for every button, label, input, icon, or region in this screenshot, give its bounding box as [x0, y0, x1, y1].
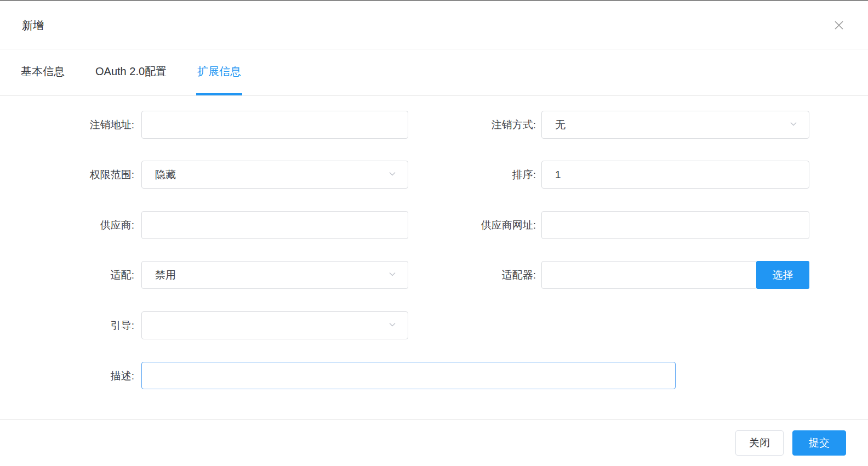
sort-input[interactable]	[541, 161, 809, 189]
vendor-input[interactable]	[141, 211, 408, 239]
logout-url-label: 注销地址:	[0, 111, 134, 139]
logout-method-select[interactable]: 无	[541, 111, 809, 139]
dialog-title: 新增	[22, 1, 44, 49]
close-button[interactable]: 关闭	[735, 430, 784, 456]
vendor-url-label: 供应商网址:	[406, 211, 536, 239]
adapt-select[interactable]: 禁用	[141, 261, 408, 289]
form-row: 引导:	[0, 311, 868, 339]
form-row: 描述:	[0, 362, 868, 390]
description-label: 描述:	[0, 362, 134, 390]
sort-label: 排序:	[406, 161, 536, 189]
select-value: 隐藏	[155, 168, 176, 182]
dialog-header: 新增	[0, 1, 868, 49]
add-new-dialog: 新增 基本信息 OAuth 2.0配置 扩展信息 注销地址: 注销方式: 无	[0, 0, 868, 466]
vendor-url-input[interactable]	[541, 211, 809, 239]
form-row: 供应商: 供应商网址:	[0, 211, 868, 239]
tab-label: 基本信息	[21, 64, 65, 79]
chevron-down-icon	[388, 169, 397, 181]
guide-label: 引导:	[0, 311, 134, 339]
vendor-label: 供应商:	[0, 211, 134, 239]
tab-label: 扩展信息	[197, 64, 241, 79]
tab-oauth2-config[interactable]: OAuth 2.0配置	[94, 50, 168, 95]
tab-label: OAuth 2.0配置	[95, 64, 167, 79]
tab-basic-info[interactable]: 基本信息	[20, 50, 66, 95]
tab-extended-info[interactable]: 扩展信息	[196, 50, 242, 95]
close-icon[interactable]	[833, 1, 845, 49]
scope-select[interactable]: 隐藏	[141, 161, 408, 189]
chevron-down-icon	[388, 320, 397, 332]
form-row: 注销地址: 注销方式: 无	[0, 111, 868, 139]
guide-select[interactable]	[141, 311, 408, 339]
logout-method-label: 注销方式:	[406, 111, 536, 139]
submit-button[interactable]: 提交	[792, 430, 846, 456]
scope-label: 权限范围:	[0, 161, 134, 189]
adapter-label: 适配器:	[406, 261, 536, 289]
description-input[interactable]	[141, 362, 676, 389]
dialog-footer: 关闭 提交	[0, 419, 868, 466]
chevron-down-icon	[388, 269, 397, 281]
select-value: 禁用	[155, 268, 176, 282]
logout-url-input[interactable]	[141, 111, 408, 139]
adapter-input[interactable]	[541, 261, 757, 289]
form-row: 权限范围: 隐藏 排序:	[0, 161, 868, 189]
adapt-label: 适配:	[0, 261, 134, 289]
chevron-down-icon	[789, 119, 798, 131]
tab-bar: 基本信息 OAuth 2.0配置 扩展信息	[0, 50, 868, 96]
adapter-select-button[interactable]: 选择	[756, 261, 809, 289]
select-value: 无	[555, 118, 566, 132]
form-row: 适配: 禁用 适配器: 选择	[0, 261, 868, 289]
